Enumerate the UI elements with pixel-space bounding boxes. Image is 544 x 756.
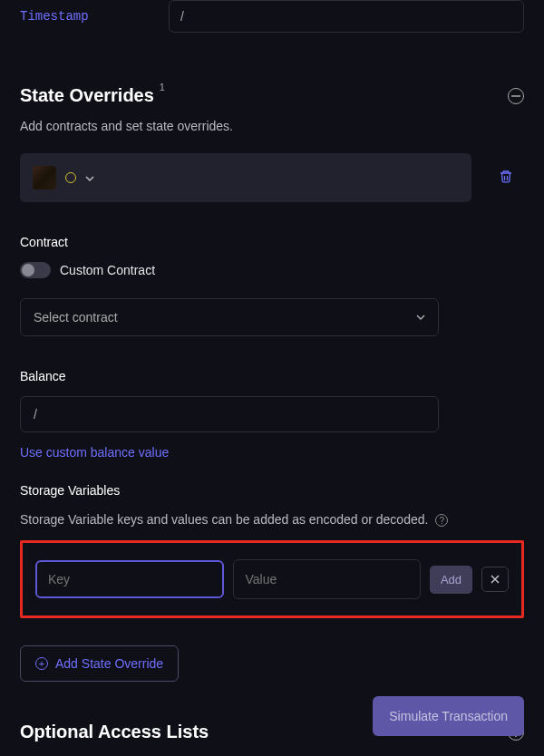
chevron-down-icon[interactable] xyxy=(85,171,94,184)
timestamp-label: Timestamp xyxy=(20,9,169,24)
status-circle-icon xyxy=(65,172,76,183)
add-state-override-button[interactable]: + Add State Override xyxy=(20,645,179,682)
contract-select-placeholder: Select contract xyxy=(34,310,118,325)
storage-help-text-content: Storage Variable keys and values can be … xyxy=(20,512,428,527)
contract-select[interactable]: Select contract xyxy=(20,298,439,336)
state-overrides-count: 1 xyxy=(160,82,165,92)
custom-contract-label: Custom Contract xyxy=(60,263,155,277)
storage-kv-highlight: Add xyxy=(20,540,524,618)
custom-contract-toggle[interactable] xyxy=(20,262,51,278)
state-overrides-title-text: State Overrides xyxy=(20,85,154,106)
contract-avatar xyxy=(33,166,56,189)
close-icon xyxy=(491,575,500,584)
collapse-icon[interactable] xyxy=(508,88,524,104)
optional-access-lists-title: Optional Access Lists xyxy=(20,722,209,742)
state-overrides-title: State Overrides 1 xyxy=(20,85,165,106)
plus-circle-icon: + xyxy=(35,657,48,670)
remove-kv-button[interactable] xyxy=(481,567,509,592)
balance-label: Balance xyxy=(20,369,524,383)
custom-balance-link[interactable]: Use custom balance value xyxy=(20,445,169,460)
add-state-override-label: Add State Override xyxy=(55,656,163,671)
add-kv-button[interactable]: Add xyxy=(430,566,472,594)
timestamp-input[interactable] xyxy=(169,0,524,33)
override-card[interactable] xyxy=(20,153,471,202)
state-overrides-description: Add contracts and set state overrides. xyxy=(20,119,524,133)
help-icon[interactable]: ? xyxy=(435,514,448,527)
chevron-down-icon xyxy=(416,315,425,320)
balance-input[interactable] xyxy=(20,396,439,432)
storage-help-text: Storage Variable keys and values can be … xyxy=(20,510,524,529)
contract-label: Contract xyxy=(20,235,524,249)
simulate-transaction-button[interactable]: Simulate Transaction xyxy=(373,696,524,736)
storage-key-input[interactable] xyxy=(35,560,224,598)
storage-variables-label: Storage Variables xyxy=(20,483,524,498)
storage-value-input[interactable] xyxy=(233,559,420,599)
trash-icon[interactable] xyxy=(499,170,513,187)
toggle-knob xyxy=(22,264,34,276)
